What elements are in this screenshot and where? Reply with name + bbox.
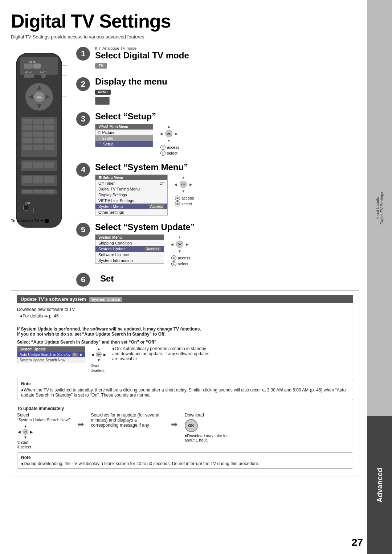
svg-rect-36 <box>44 162 54 168</box>
system-update-now-label: “System Update Search Now” <box>17 418 70 422</box>
svg-rect-30 <box>23 145 32 150</box>
step-4-content: Select “System Menu” ☰ Setup Menu Off Ti… <box>95 162 359 216</box>
mini-arrow-down[interactable]: ▼ <box>97 358 101 362</box>
select-ok-button[interactable]: ▲ ▼ ◀ ▶ OK <box>17 423 34 440</box>
step-6-number: 6 <box>76 273 90 287</box>
arrow-left-5[interactable]: ◀ <box>171 242 173 246</box>
step-2-number: 2 <box>76 77 90 91</box>
to-update-title: To update immediately <box>17 406 353 411</box>
bold-warning: If System Update is performed, the softw… <box>17 321 353 337</box>
sound-icon: ♪ <box>98 136 100 140</box>
auto-update-row: System Update Auto Update Search in Stan… <box>17 346 353 373</box>
svg-rect-24 <box>23 132 32 137</box>
svg-rect-31 <box>33 145 43 150</box>
system-update-badge: System Update <box>89 297 122 302</box>
arrow-left-3[interactable]: ◀ <box>160 132 163 136</box>
step-2-title: Display the menu <box>95 77 359 87</box>
sel-arrow-right[interactable]: ▶ <box>30 430 33 434</box>
circled-2-4: ② <box>175 196 180 201</box>
mini-nav: ▲ ▼ ◀ ▶ OK ②set ①select <box>90 346 107 373</box>
download-label: Download <box>185 413 204 418</box>
mini-ok-button[interactable]: ▲ ▼ ◀ ▶ OK <box>90 346 107 363</box>
steps-column: 1 If in Analogue TV mode Select Digital … <box>76 46 359 287</box>
svg-rect-21 <box>23 125 32 130</box>
ok-center-5[interactable]: OK <box>176 241 183 248</box>
remote-control: INPUT TV MENU EXIT OK <box>11 53 73 243</box>
note-box-1: Note ●When the TV is switched to standby… <box>17 379 353 400</box>
sel-ok-center[interactable]: OK <box>23 429 28 435</box>
svg-point-46 <box>23 205 29 210</box>
sidebar-top-label: Input Labels Digital TV Settings <box>367 0 392 416</box>
download-ok-button[interactable]: OK <box>185 419 198 432</box>
arrow-left-4[interactable]: ◀ <box>174 182 177 186</box>
note-1-title: Note <box>21 381 349 386</box>
step-5-row: 5 Select “System Update” System Menu Shi… <box>76 222 359 266</box>
step-5-content: Select “System Update” System Menu Shipp… <box>95 222 359 266</box>
step-4-number: 4 <box>76 163 90 177</box>
circled-2-3: ② <box>160 145 166 150</box>
searches-col: Searches for an update (for several minu… <box>91 413 164 428</box>
start-label: ②start <box>17 440 28 445</box>
select-text-4: select <box>181 202 192 206</box>
menu-item-sysupdate: System UpdateAccess <box>95 246 164 252</box>
su-row-search: System Update Search Now <box>17 357 85 363</box>
mini-arrow-right[interactable]: ▶ <box>103 353 106 357</box>
searches-text: Searches for an update (for several minu… <box>91 413 164 428</box>
step-4-row: 4 Select “System Menu” ☰ Setup Menu Off … <box>76 162 359 216</box>
mini-ok-center[interactable]: OK <box>96 352 102 357</box>
step-3-nav: Vifs/A Main Menu □ Picture ♪ Sound ☰ Set… <box>95 124 359 156</box>
picture-icon: □ <box>98 131 100 134</box>
update-header: Update TV’s software system System Updat… <box>17 295 353 303</box>
access-label-3: ② access <box>160 145 179 150</box>
update-section: Update TV’s software system System Updat… <box>11 290 359 476</box>
svg-rect-39 <box>33 176 43 183</box>
arrow-down-3[interactable]: ▼ <box>167 139 171 143</box>
setup-icon: ☰ <box>98 142 101 146</box>
svg-rect-43 <box>33 190 43 193</box>
download-text: Download new software to TV. <box>17 307 353 312</box>
on-description: ●On: Automatically performs a search in … <box>112 346 214 361</box>
step-3-row: 3 Select “Setup” Vifs/A Main Menu □ Pict… <box>76 111 359 156</box>
menu-item-shipping: Shipping Condition <box>95 240 164 246</box>
arrow-right-4[interactable]: ▶ <box>189 182 192 186</box>
note-1-text: ●When the TV is switched to standby, the… <box>21 387 349 398</box>
svg-rect-42 <box>23 190 32 193</box>
step-5-ok-nav: ▲ ▼ ◀ ▶ OK ② access <box>170 234 190 266</box>
step-1-row: 1 If in Analogue TV mode Select Digital … <box>76 46 359 70</box>
menu-item-info: System Information <box>95 258 164 263</box>
mini-arrow-up[interactable]: ▲ <box>97 347 101 351</box>
ok-center-4[interactable]: OK <box>180 181 187 188</box>
step-5-menu: System Menu Shipping Condition System Up… <box>95 234 164 264</box>
step-1-title: Select Digital TV mode <box>95 50 359 61</box>
sel-arrow-down[interactable]: ▼ <box>24 435 27 439</box>
step-2-row: 2 Display the menu MENU <box>76 77 359 105</box>
svg-rect-35 <box>33 162 43 168</box>
menu-item-setup: ☰ Setup <box>95 141 153 147</box>
arrow-up-3[interactable]: ▲ <box>167 124 171 128</box>
arrow-up-5[interactable]: ▲ <box>178 235 181 239</box>
svg-rect-5 <box>33 63 41 69</box>
arrow-right-3[interactable]: ▶ <box>175 132 178 136</box>
auto-update-title: Select “Auto Update Search in Standby” a… <box>17 340 353 345</box>
arrow-down-5[interactable]: ▼ <box>178 249 181 253</box>
menu-item-sound: ♪ Sound <box>95 135 153 141</box>
nav-labels-5: ② access ① select <box>171 255 190 266</box>
note-2-title: Note <box>21 455 349 460</box>
sel-arrow-up[interactable]: ▲ <box>24 424 27 428</box>
svg-rect-38 <box>23 176 32 183</box>
ok-button-3[interactable]: ▲ ▼ ◀ ▶ OK <box>159 124 179 143</box>
svg-rect-28 <box>33 138 43 143</box>
update-body: Download new software to TV. ●For detail… <box>17 307 353 469</box>
ok-button-4[interactable]: ▲ ▼ ◀ ▶ OK <box>173 175 193 194</box>
arrow-right-5[interactable]: ▶ <box>186 242 189 246</box>
ok-center-3[interactable]: OK <box>165 130 172 137</box>
arrow-down-4[interactable]: ▼ <box>181 189 185 193</box>
mini-arrow-left[interactable]: ◀ <box>91 353 94 357</box>
arrow-up-4[interactable]: ▲ <box>181 175 185 179</box>
step-1-note: If in Analogue TV mode <box>95 46 359 50</box>
select2-label: ①select <box>17 445 31 450</box>
ok-button-5[interactable]: ▲ ▼ ◀ ▶ OK <box>170 234 189 254</box>
sel-arrow-left[interactable]: ◀ <box>18 430 21 434</box>
step-1-content: If in Analogue TV mode Select Digital TV… <box>95 46 359 70</box>
select-col: Select “System Update Search Now” ▲ ▼ ◀ … <box>17 413 70 450</box>
